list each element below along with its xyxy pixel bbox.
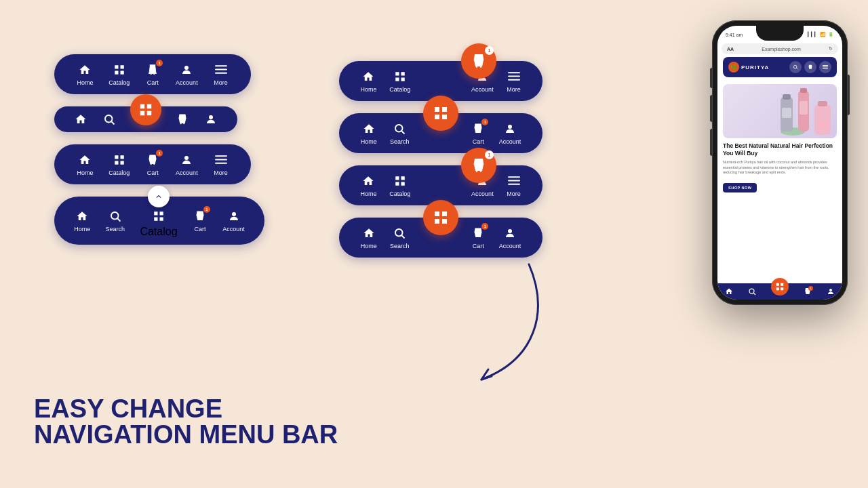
rn-account-4[interactable]: Account [499, 226, 521, 249]
phone-url-bar[interactable]: AA Exampleshop.com ↻ [722, 43, 838, 54]
phone-nav-home[interactable] [725, 287, 733, 296]
r-search-icon-4 [392, 226, 407, 241]
rn-cart-4[interactable]: 1 Cart [471, 226, 486, 249]
phone-cart-btn[interactable] [804, 61, 816, 73]
nav-search-2[interactable] [102, 112, 117, 127]
phone-mockup: 9:41 am ▎▎▎ 📶 🔋 AA Exampleshop.com ↻ 🌿 [712, 20, 848, 305]
phone-side-silent [710, 129, 712, 156]
nav-account-4[interactable]: Account [222, 209, 245, 232]
svg-point-55 [829, 289, 832, 291]
account-icon-4 [226, 209, 241, 224]
brand-logo: 🌿 PURITYA [728, 62, 769, 73]
nav-home-3[interactable]: Home [77, 152, 93, 176]
phone-header-actions [789, 61, 831, 73]
search-icon-2 [102, 112, 117, 127]
phone-menu-btn[interactable] [819, 61, 831, 73]
svg-point-29 [476, 170, 478, 172]
svg-rect-42 [823, 68, 828, 69]
phone-screen: 9:41 am ▎▎▎ 📶 🔋 AA Exampleshop.com ↻ 🌿 [717, 26, 842, 300]
rn-catalog-3[interactable]: Catalog [389, 174, 410, 197]
home-icon-2 [73, 112, 88, 127]
rn-search-4[interactable]: Search [390, 226, 410, 249]
cart-icon-2 [175, 112, 190, 127]
svg-point-17 [111, 212, 119, 220]
signal-icon: ▎▎▎ [808, 32, 818, 37]
cart-badge-3: 1 [156, 150, 163, 157]
phone-app-header: 🌿 PURITYA [723, 57, 837, 77]
phone-body: Nutrient-rich Puritya hair oil with coco… [723, 160, 837, 176]
phone-nav-account[interactable] [827, 287, 835, 296]
nav-catalog-1[interactable]: Catalog [108, 62, 130, 86]
svg-point-26 [395, 125, 403, 132]
nav-cart-1[interactable]: 1 Cart [145, 62, 160, 86]
svg-point-12 [154, 163, 155, 165]
rn-home-4[interactable]: Home [361, 226, 377, 249]
phone-nav-search[interactable] [748, 287, 756, 296]
nav-home-1[interactable]: Home [77, 62, 93, 86]
nav-account-1[interactable]: Account [176, 62, 198, 86]
nav-search-4[interactable]: Search [106, 209, 125, 232]
r-catalog-icon-3 [393, 174, 408, 188]
float-badge-1: 1 [485, 46, 494, 55]
nav-more-3[interactable]: More [214, 152, 229, 176]
rn-search-2[interactable]: Search [390, 121, 410, 145]
rn-home-2[interactable]: Home [361, 121, 377, 145]
nav-home-4[interactable]: Home [74, 209, 90, 232]
catalog-icon-3 [112, 152, 127, 167]
svg-rect-14 [215, 155, 227, 157]
nav-catalog-active-2[interactable] [130, 113, 161, 125]
rn-catalog-1[interactable]: Catalog [389, 69, 410, 93]
nav-bar-3: Home Catalog 1 Cart Account More [54, 144, 251, 184]
phone-nav-catalog-active[interactable] [771, 288, 789, 296]
catalog-icon-wrap [153, 210, 165, 225]
svg-point-38 [793, 65, 797, 68]
nav-home-2[interactable] [73, 112, 88, 127]
nav-cart-3[interactable]: 1 Cart [145, 152, 160, 176]
phone-frame: 9:41 am ▎▎▎ 📶 🔋 AA Exampleshop.com ↻ 🌿 [712, 20, 848, 305]
rn-home-1[interactable]: Home [360, 69, 376, 93]
svg-rect-41 [823, 66, 828, 67]
r-home-icon-4 [361, 226, 376, 241]
more-icon [214, 62, 229, 77]
svg-rect-24 [508, 76, 520, 77]
phone-cart-badge: 1 [808, 286, 813, 291]
floating-catalog-4 [423, 200, 458, 235]
phone-search-btn[interactable] [789, 61, 802, 73]
home-icon-3 [77, 152, 92, 167]
rn-cart-2[interactable]: 1 Cart [471, 121, 486, 145]
svg-rect-49 [800, 101, 808, 115]
svg-rect-46 [782, 108, 791, 118]
phone-side-vol-up [710, 68, 712, 88]
nav-cart-2[interactable] [175, 112, 190, 127]
phone-side-power [848, 75, 850, 115]
svg-rect-32 [508, 176, 520, 178]
svg-point-35 [395, 229, 403, 237]
nav-account-2[interactable] [203, 112, 218, 127]
nav-cart-4[interactable]: 1 Cart [193, 209, 208, 232]
r-more-icon-1 [507, 69, 521, 84]
svg-rect-48 [800, 88, 807, 93]
title-line2: NAVIGATION MENU BAR [34, 422, 338, 447]
nav-bar-2 [54, 106, 237, 132]
r-catalog-icon-1 [393, 69, 408, 84]
rn-home-3[interactable]: Home [360, 174, 376, 197]
cart-icon: 1 [145, 62, 160, 77]
nav-catalog-up-4[interactable]: Catalog [140, 203, 177, 238]
rn-more-1[interactable]: More [507, 69, 521, 93]
home-icon [77, 62, 92, 77]
svg-point-21 [480, 66, 482, 68]
svg-point-9 [183, 123, 184, 124]
nav-catalog-3[interactable]: Catalog [108, 152, 130, 176]
phone-nav-cart[interactable]: 1 [804, 287, 812, 296]
right-bar-wrapper-2: Home Search 1 Cart Account [339, 113, 542, 153]
catalog-up-circle [148, 186, 170, 207]
svg-line-27 [402, 131, 405, 134]
nav-account-3[interactable]: Account [176, 152, 198, 176]
shop-now-btn[interactable]: SHOP NOW [723, 183, 757, 192]
nav-more-1[interactable]: More [214, 62, 229, 86]
rn-more-3[interactable]: More [507, 174, 521, 197]
rn-account-2[interactable]: Account [499, 121, 521, 145]
svg-line-39 [797, 68, 798, 70]
r-home-icon-2 [361, 121, 376, 136]
right-bar-wrapper-4: Home Search 1 Cart Account [339, 218, 542, 258]
